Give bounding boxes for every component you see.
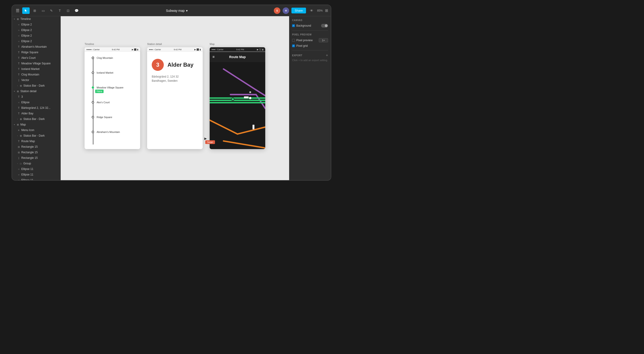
- layer-ridge-square[interactable]: T Ridge Square: [12, 49, 60, 55]
- share-button[interactable]: Share: [292, 8, 306, 13]
- timeline-phone-frame: ●●●●○ Carrier 9:42 PM ▶ ⬛ ▮ Clog Mountai…: [84, 47, 140, 149]
- layer-abrahams-mountain[interactable]: T Abraham's Mountain: [12, 44, 60, 49]
- svg-point-11: [249, 97, 251, 99]
- text-tool-button[interactable]: T: [56, 7, 63, 14]
- top-bar: ☰ ⊞ ▭ ✎ T ⊡ 💬 Subway map ▾ S H Share 👁: [12, 5, 331, 16]
- station-detail-phone-label: Station detail: [147, 43, 162, 45]
- sd-time: 9:42 PM: [174, 48, 182, 51]
- layer-address[interactable]: T Bärbogränd 2, 124 32...: [12, 105, 60, 111]
- layer-ellipse11-3[interactable]: ○ Ellipse 11: [12, 177, 60, 180]
- station-name-ridge: Ridge Square: [96, 116, 112, 118]
- map-icons: ▶ ⬛ ▮: [257, 48, 264, 51]
- ellipse-icon: ○: [17, 39, 20, 43]
- timeline-content: Clog Mountain Iceland Market Meadow Vill…: [84, 52, 140, 149]
- timeline-time: 9:42 PM: [112, 48, 120, 51]
- layer-meadow-village[interactable]: T Meadow Village Square: [12, 61, 60, 66]
- layer-map-group[interactable]: ▾ ⊞ Map: [12, 122, 60, 127]
- shape-tool-button[interactable]: ▭: [40, 7, 46, 14]
- text-icon: T: [17, 140, 20, 143]
- image-tool-button[interactable]: ⊡: [65, 7, 71, 14]
- svg-marker-0: [25, 9, 27, 12]
- station-detail-phone-frame: ●●●○ Carrier 9:42 PM ▶ ⬛ ▮ 3 Alder Bay B…: [147, 47, 203, 149]
- layer-rectangle15-1[interactable]: ⊟ Rectangle 15: [12, 144, 60, 150]
- layer-station-detail-group[interactable]: ▾ ⊞ Station detail: [12, 88, 60, 94]
- text-icon: T: [17, 51, 20, 54]
- layer-clog-mountain[interactable]: T Clog Mountain: [12, 72, 60, 77]
- station-dot: [92, 71, 94, 74]
- ellipse-icon: ○: [17, 179, 20, 180]
- pixel-grid-row: Pixel grid: [292, 44, 328, 47]
- pixel-preview-checkbox[interactable]: [292, 39, 295, 42]
- pixel-grid-checkbox[interactable]: [292, 44, 295, 47]
- layer-ellipse2-4[interactable]: ○ Ellipse 2: [12, 38, 60, 44]
- rect-icon: |: [17, 156, 20, 160]
- svg-point-12: [249, 91, 251, 93]
- layer-akes-court[interactable]: T Ake's Court: [12, 55, 60, 61]
- station-address: Bärbogränd 2, 124 32 Bandhagen, Sweden: [152, 74, 198, 83]
- svg-line-1: [224, 69, 256, 90]
- layer-rectangle15-2[interactable]: ⊟ Rectangle 15: [12, 150, 60, 155]
- layer-statusbar-dark-3[interactable]: › ⊞ Status Bar - Dark: [12, 133, 60, 138]
- chevron-right-icon: ›: [17, 163, 18, 165]
- canvas-area[interactable]: Timeline ●●●●○ Carrier 9:42 PM ▶ ⬛ ▮: [61, 16, 289, 180]
- comment-tool-button[interactable]: 💬: [73, 7, 80, 14]
- layer-rectangle15-3[interactable]: | Rectangle 15: [12, 155, 60, 161]
- pen-tool-button[interactable]: ✎: [48, 7, 55, 14]
- layer-ellipse2-1[interactable]: ○ Ellipse 2: [12, 22, 60, 27]
- preview-button[interactable]: 👁: [308, 7, 315, 14]
- chevron-right-icon: ›: [17, 135, 18, 137]
- chevron-down-icon: ▾: [14, 90, 15, 92]
- layer-statusbar-dark-1[interactable]: › ⊞ Status Bar - Dark: [12, 83, 60, 88]
- layer-ellipse2-3[interactable]: ○ Ellipse 2: [12, 33, 60, 38]
- station-name-iceland: Iceland Market: [96, 71, 113, 74]
- svg-line-2: [256, 90, 265, 96]
- text-icon: T: [17, 56, 20, 59]
- station-dot: [92, 116, 94, 118]
- zoom-control[interactable]: 85%: [317, 9, 323, 12]
- export-section-title: EXPORT: [292, 54, 302, 57]
- rect-icon: ⊟: [17, 151, 20, 154]
- map-time: 9:42 PM: [236, 48, 244, 51]
- map-status-bar: ●●●○ Carrier 9:42 PM ▶ ⬛ ▮: [210, 47, 265, 52]
- layer-ellipse-sd[interactable]: ○ Ellipse: [12, 100, 60, 105]
- canvas-section-title: CANVAS: [292, 19, 328, 21]
- layer-group-map[interactable]: › □ Group: [12, 161, 60, 166]
- pixel-preview-input[interactable]: [319, 38, 328, 42]
- document-title[interactable]: Subway map ▾: [166, 9, 188, 12]
- top-bar-right: S H Share 👁 85% ⊞: [274, 7, 328, 14]
- export-add-button[interactable]: +: [326, 53, 328, 57]
- text-icon: T: [17, 112, 20, 115]
- layer-ellipse2-2[interactable]: ○ Ellipse 2: [12, 27, 60, 33]
- layout-button[interactable]: ⊞: [325, 8, 328, 13]
- layer-menu-icon[interactable]: ≡ Menu Icon: [12, 127, 60, 133]
- pixel-preview-label: Pixel preview: [292, 39, 313, 42]
- hamburger-button[interactable]: ☰: [15, 7, 20, 14]
- station-title: Alder Bay: [168, 62, 194, 68]
- chevron-down-icon: ▾: [14, 18, 15, 20]
- layer-statusbar-dark-2[interactable]: › ⊞ Status Bar - Dark: [12, 116, 60, 122]
- select-tool-button[interactable]: [22, 7, 30, 14]
- timeline-carrier: ●●●●○ Carrier: [86, 48, 100, 51]
- layer-route-map[interactable]: T Route Map: [12, 138, 60, 144]
- frame-icon: ⊞: [19, 134, 22, 137]
- layer-timeline-group[interactable]: ▾ ⊞ Timeline: [12, 16, 60, 22]
- layer-number-3[interactable]: T 3: [12, 94, 60, 100]
- pixel-grid-label: Pixel grid: [292, 44, 308, 47]
- frame-tool-button[interactable]: ⊞: [32, 7, 38, 14]
- layer-alder-bay[interactable]: T Alder Bay: [12, 111, 60, 116]
- chevron-right-icon: ›: [17, 85, 18, 87]
- background-toggle[interactable]: [321, 24, 328, 27]
- background-checkbox[interactable]: [292, 24, 295, 27]
- layer-ellipse11-1[interactable]: ○ Ellipse 11: [12, 166, 60, 172]
- timeline-station-abrahams: Abraham's Mountain: [89, 131, 136, 133]
- layer-iceland-market[interactable]: T Iceland Market: [12, 66, 60, 72]
- layer-vector[interactable]: | Vector: [12, 77, 60, 83]
- station-name-meadow: Meadow Village Square: [96, 86, 124, 89]
- frame-icon: ⊞: [19, 84, 22, 87]
- text-icon: T: [17, 73, 20, 76]
- station-detail-content: 3 Alder Bay Bärbogränd 2, 124 32 Bandhag…: [147, 52, 203, 90]
- map-phone-label: Map: [210, 43, 214, 45]
- sd-icons: ▶ ⬛ ▮: [194, 48, 201, 51]
- layer-ellipse11-2[interactable]: ○ Ellipse 11: [12, 172, 60, 177]
- timeline-station-ridge: Ridge Square: [89, 116, 136, 118]
